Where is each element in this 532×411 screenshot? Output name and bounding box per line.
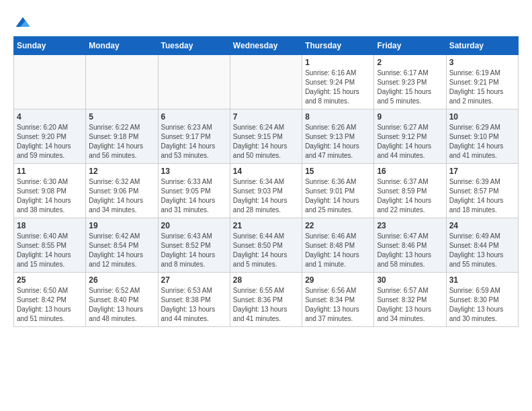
day-info: Sunrise: 6:36 AM Sunset: 9:01 PM Dayligh… [305,177,371,215]
calendar-week-row: 25Sunrise: 6:50 AM Sunset: 8:42 PM Dayli… [14,273,519,327]
day-number: 5 [89,112,154,122]
day-info: Sunrise: 6:53 AM Sunset: 8:38 PM Dayligh… [161,286,227,324]
calendar-day-cell: 24Sunrise: 6:49 AM Sunset: 8:44 PM Dayli… [446,218,518,273]
logo-icon [15,13,31,30]
calendar-day-cell: 10Sunrise: 6:29 AM Sunset: 9:10 PM Dayli… [446,109,518,164]
day-info: Sunrise: 6:19 AM Sunset: 9:21 PM Dayligh… [449,68,515,106]
calendar-day-cell: 12Sunrise: 6:32 AM Sunset: 9:06 PM Dayli… [86,164,158,218]
day-info: Sunrise: 6:26 AM Sunset: 9:13 PM Dayligh… [305,123,371,161]
day-number: 27 [161,275,227,285]
calendar-day-cell: 26Sunrise: 6:52 AM Sunset: 8:40 PM Dayli… [86,273,158,327]
calendar-day-cell: 1Sunrise: 6:16 AM Sunset: 9:24 PM Daylig… [302,55,374,109]
day-number: 11 [17,167,83,176]
day-info: Sunrise: 6:17 AM Sunset: 9:23 PM Dayligh… [377,68,443,106]
calendar-day-cell: 27Sunrise: 6:53 AM Sunset: 8:38 PM Dayli… [158,273,230,327]
calendar-day-cell: 11Sunrise: 6:30 AM Sunset: 9:08 PM Dayli… [14,164,86,218]
day-info: Sunrise: 6:34 AM Sunset: 9:03 PM Dayligh… [233,177,299,215]
calendar-day-cell [230,55,302,109]
day-info: Sunrise: 6:44 AM Sunset: 8:50 PM Dayligh… [233,232,299,269]
calendar-day-cell [86,55,158,109]
day-number: 4 [17,112,83,122]
calendar-day-cell: 17Sunrise: 6:39 AM Sunset: 8:57 PM Dayli… [446,164,518,218]
day-number: 1 [305,58,371,67]
logo [13,13,31,30]
calendar-day-header: Monday [86,37,158,55]
calendar-day-cell [14,55,86,109]
calendar-day-cell: 28Sunrise: 6:55 AM Sunset: 8:36 PM Dayli… [230,273,302,327]
day-number: 13 [161,167,227,176]
day-number: 30 [377,275,443,285]
calendar-week-row: 18Sunrise: 6:40 AM Sunset: 8:55 PM Dayli… [14,218,519,273]
day-number: 20 [161,221,227,230]
day-info: Sunrise: 6:52 AM Sunset: 8:40 PM Dayligh… [89,286,154,324]
day-info: Sunrise: 6:20 AM Sunset: 9:20 PM Dayligh… [17,123,83,161]
day-number: 12 [89,167,154,176]
day-info: Sunrise: 6:50 AM Sunset: 8:42 PM Dayligh… [17,286,83,324]
day-info: Sunrise: 6:23 AM Sunset: 9:17 PM Dayligh… [161,123,227,161]
calendar-day-cell: 6Sunrise: 6:23 AM Sunset: 9:17 PM Daylig… [158,109,230,164]
day-info: Sunrise: 6:16 AM Sunset: 9:24 PM Dayligh… [305,68,371,106]
day-info: Sunrise: 6:46 AM Sunset: 8:48 PM Dayligh… [305,232,371,269]
day-info: Sunrise: 6:56 AM Sunset: 8:34 PM Dayligh… [305,286,371,324]
day-number: 2 [377,58,443,67]
calendar-day-cell: 4Sunrise: 6:20 AM Sunset: 9:20 PM Daylig… [14,109,86,164]
day-info: Sunrise: 6:30 AM Sunset: 9:08 PM Dayligh… [17,177,83,215]
day-info: Sunrise: 6:42 AM Sunset: 8:54 PM Dayligh… [89,232,154,269]
day-info: Sunrise: 6:59 AM Sunset: 8:30 PM Dayligh… [449,286,515,324]
calendar-week-row: 4Sunrise: 6:20 AM Sunset: 9:20 PM Daylig… [14,109,519,164]
calendar-day-cell: 15Sunrise: 6:36 AM Sunset: 9:01 PM Dayli… [302,164,374,218]
calendar-day-header: Wednesday [230,37,302,55]
day-number: 10 [449,112,515,122]
day-info: Sunrise: 6:39 AM Sunset: 8:57 PM Dayligh… [449,177,515,215]
day-info: Sunrise: 6:24 AM Sunset: 9:15 PM Dayligh… [233,123,299,161]
calendar-day-cell: 18Sunrise: 6:40 AM Sunset: 8:55 PM Dayli… [14,218,86,273]
day-info: Sunrise: 6:22 AM Sunset: 9:18 PM Dayligh… [89,123,154,161]
day-number: 16 [377,167,443,176]
day-info: Sunrise: 6:49 AM Sunset: 8:44 PM Dayligh… [449,232,515,269]
day-number: 9 [377,112,443,122]
day-info: Sunrise: 6:40 AM Sunset: 8:55 PM Dayligh… [17,232,83,269]
day-number: 21 [233,221,299,230]
day-info: Sunrise: 6:32 AM Sunset: 9:06 PM Dayligh… [89,177,154,215]
day-info: Sunrise: 6:33 AM Sunset: 9:05 PM Dayligh… [161,177,227,215]
day-number: 23 [377,221,443,230]
calendar-week-row: 1Sunrise: 6:16 AM Sunset: 9:24 PM Daylig… [14,55,519,109]
day-number: 6 [161,112,227,122]
calendar-day-cell: 2Sunrise: 6:17 AM Sunset: 9:23 PM Daylig… [374,55,446,109]
day-info: Sunrise: 6:27 AM Sunset: 9:12 PM Dayligh… [377,123,443,161]
calendar-day-header: Friday [374,37,446,55]
day-number: 8 [305,112,371,122]
calendar-day-cell: 20Sunrise: 6:43 AM Sunset: 8:52 PM Dayli… [158,218,230,273]
calendar-day-cell: 21Sunrise: 6:44 AM Sunset: 8:50 PM Dayli… [230,218,302,273]
day-number: 17 [449,167,515,176]
day-info: Sunrise: 6:57 AM Sunset: 8:32 PM Dayligh… [377,286,443,324]
calendar-day-cell: 31Sunrise: 6:59 AM Sunset: 8:30 PM Dayli… [446,273,518,327]
day-number: 19 [89,221,154,230]
calendar-day-cell: 30Sunrise: 6:57 AM Sunset: 8:32 PM Dayli… [374,273,446,327]
calendar-day-header: Tuesday [158,37,230,55]
calendar-day-cell: 16Sunrise: 6:37 AM Sunset: 8:59 PM Dayli… [374,164,446,218]
day-info: Sunrise: 6:47 AM Sunset: 8:46 PM Dayligh… [377,232,443,269]
day-number: 29 [305,275,371,285]
day-number: 28 [233,275,299,285]
calendar-day-cell: 14Sunrise: 6:34 AM Sunset: 9:03 PM Dayli… [230,164,302,218]
calendar-day-cell: 29Sunrise: 6:56 AM Sunset: 8:34 PM Dayli… [302,273,374,327]
day-info: Sunrise: 6:37 AM Sunset: 8:59 PM Dayligh… [377,177,443,215]
calendar-table: SundayMondayTuesdayWednesdayThursdayFrid… [13,36,519,327]
calendar-day-cell: 5Sunrise: 6:22 AM Sunset: 9:18 PM Daylig… [86,109,158,164]
day-info: Sunrise: 6:43 AM Sunset: 8:52 PM Dayligh… [161,232,227,269]
calendar-day-header: Thursday [302,37,374,55]
day-info: Sunrise: 6:29 AM Sunset: 9:10 PM Dayligh… [449,123,515,161]
calendar-day-header: Sunday [14,37,86,55]
day-number: 22 [305,221,371,230]
day-number: 31 [449,275,515,285]
day-number: 24 [449,221,515,230]
day-number: 7 [233,112,299,122]
day-number: 26 [89,275,154,285]
calendar-day-cell: 9Sunrise: 6:27 AM Sunset: 9:12 PM Daylig… [374,109,446,164]
calendar-day-cell: 25Sunrise: 6:50 AM Sunset: 8:42 PM Dayli… [14,273,86,327]
calendar-day-cell [158,55,230,109]
calendar-header-row: SundayMondayTuesdayWednesdayThursdayFrid… [14,37,519,55]
day-info: Sunrise: 6:55 AM Sunset: 8:36 PM Dayligh… [233,286,299,324]
calendar-day-cell: 13Sunrise: 6:33 AM Sunset: 9:05 PM Dayli… [158,164,230,218]
